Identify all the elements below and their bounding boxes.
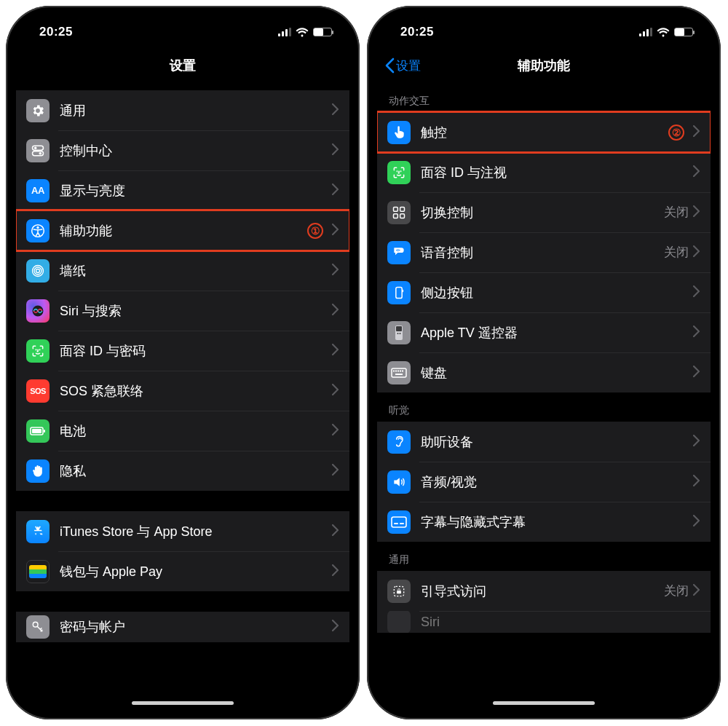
sos-icon: SOS xyxy=(26,379,50,403)
row-label: 辅助功能 xyxy=(60,222,332,240)
svg-rect-2 xyxy=(33,151,44,155)
row-label: 引导式访问 xyxy=(421,583,664,600)
row-faceid-attention[interactable]: 面容 ID 与注视 xyxy=(377,152,711,192)
appstore-icon xyxy=(26,520,50,543)
row-voice-control[interactable]: 语音控制 关闭 xyxy=(377,232,711,272)
annotation-badge-2: ② xyxy=(668,125,684,141)
svg-rect-25 xyxy=(396,287,402,298)
chevron-right-icon xyxy=(332,224,339,238)
home-indicator[interactable] xyxy=(493,701,595,705)
privacy-hand-icon xyxy=(26,459,50,483)
row-side-button[interactable]: 侧边按钮 xyxy=(377,272,711,312)
row-keyboard[interactable]: 键盘 xyxy=(377,352,711,392)
svg-rect-31 xyxy=(392,368,406,377)
row-label: iTunes Store 与 App Store xyxy=(60,523,332,540)
row-passwords-accounts[interactable]: 密码与帐户 xyxy=(16,612,349,642)
annotation-badge-1: ① xyxy=(307,223,323,239)
notch xyxy=(467,16,620,38)
screen-right: 20:25 设置 辅助功能 动作交互 触控 xyxy=(377,16,711,709)
page-title: 辅助功能 xyxy=(518,57,570,74)
row-label: 墙纸 xyxy=(60,262,332,280)
siri-icon xyxy=(26,299,50,323)
row-battery[interactable]: 电池 xyxy=(16,411,349,451)
row-display-brightness[interactable]: AA 显示与亮度 xyxy=(16,170,349,210)
row-label: Siri 与搜索 xyxy=(60,302,332,320)
row-label: 触控 xyxy=(421,124,693,141)
voice-control-icon xyxy=(387,241,411,264)
row-accessibility[interactable]: 辅助功能 ① xyxy=(16,210,349,250)
row-apple-tv-remote[interactable]: Apple TV 遥控器 xyxy=(377,312,711,352)
row-label: 助听设备 xyxy=(421,433,693,451)
svg-point-17 xyxy=(400,171,401,172)
siri-icon xyxy=(387,611,411,633)
chevron-right-icon xyxy=(332,464,339,478)
svg-point-30 xyxy=(400,333,401,334)
row-label: 面容 ID 与密码 xyxy=(60,342,332,360)
svg-rect-40 xyxy=(400,523,404,524)
chevron-right-icon xyxy=(693,165,700,180)
svg-rect-39 xyxy=(394,523,398,524)
row-general[interactable]: 通用 xyxy=(16,90,349,130)
row-audio-visual[interactable]: 音频/视觉 xyxy=(377,462,711,502)
section-header-general: 通用 xyxy=(377,542,711,571)
row-siri-search[interactable]: Siri 与搜索 xyxy=(16,291,349,331)
accessibility-list[interactable]: 动作交互 触控 ② 面容 ID 与注视 xyxy=(377,83,711,709)
row-guided-access[interactable]: 引导式访问 关闭 xyxy=(377,571,711,611)
row-wallet-applepay[interactable]: 钱包与 Apple Pay xyxy=(16,551,349,591)
svg-rect-26 xyxy=(403,289,404,291)
row-hearing-devices[interactable]: 助听设备 xyxy=(377,422,711,462)
section-header-interaction: 动作交互 xyxy=(377,83,711,112)
row-touch[interactable]: 触控 ② xyxy=(377,112,711,152)
svg-rect-21 xyxy=(400,213,405,218)
row-label: 键盘 xyxy=(421,364,693,382)
svg-rect-14 xyxy=(32,429,41,433)
faceid-icon xyxy=(387,161,411,184)
control-center-icon xyxy=(26,139,50,162)
row-itunes-appstore[interactable]: iTunes Store 与 App Store xyxy=(16,511,349,551)
row-label: 音频/视觉 xyxy=(421,473,693,491)
chevron-right-icon xyxy=(332,264,339,278)
row-subtitles[interactable]: 字幕与隐藏式字幕 xyxy=(377,502,711,542)
chevron-right-icon xyxy=(332,384,339,398)
row-control-center[interactable]: 控制中心 xyxy=(16,130,349,170)
battery-icon xyxy=(313,28,332,36)
svg-point-29 xyxy=(397,333,399,334)
wifi-icon xyxy=(657,28,670,37)
row-siri-partial[interactable]: Siri xyxy=(377,611,711,633)
chevron-right-icon xyxy=(693,366,700,380)
row-label: SOS 紧急联络 xyxy=(60,382,332,400)
svg-rect-38 xyxy=(392,517,406,527)
page-title: 设置 xyxy=(170,57,196,74)
status-icons xyxy=(639,28,693,37)
home-indicator[interactable] xyxy=(132,701,234,705)
back-button[interactable]: 设置 xyxy=(384,48,421,83)
row-label: 密码与帐户 xyxy=(60,618,332,636)
row-privacy[interactable]: 隐私 xyxy=(16,451,349,491)
row-sos[interactable]: SOS SOS 紧急联络 xyxy=(16,371,349,411)
switch-control-icon xyxy=(387,201,411,224)
row-label: 显示与亮度 xyxy=(60,182,332,200)
nav-bar-right: 设置 辅助功能 xyxy=(377,48,711,83)
svg-rect-33 xyxy=(395,370,397,371)
keyboard-icon xyxy=(387,361,411,384)
row-label: 面容 ID 与注视 xyxy=(421,164,693,181)
settings-list[interactable]: 通用 控制中心 AA 显示与亮度 辅助功能 xyxy=(16,83,349,709)
faceid-icon xyxy=(26,339,50,363)
row-wallpaper[interactable]: 墙纸 xyxy=(16,250,349,291)
chevron-right-icon xyxy=(693,584,700,599)
row-label: 切换控制 xyxy=(421,204,664,221)
status-time: 20:25 xyxy=(400,25,434,39)
row-label: 语音控制 xyxy=(421,244,664,261)
row-label: Siri xyxy=(421,615,700,630)
svg-rect-18 xyxy=(394,207,398,211)
row-faceid-passcode[interactable]: 面容 ID 与密码 xyxy=(16,331,349,371)
chevron-right-icon xyxy=(332,564,339,579)
phone-right: 20:25 设置 辅助功能 动作交互 触控 xyxy=(367,6,721,719)
accessibility-icon xyxy=(26,219,50,242)
row-switch-control[interactable]: 切换控制 关闭 xyxy=(377,192,711,232)
cellular-signal-icon xyxy=(278,28,291,36)
row-label: 字幕与隐藏式字幕 xyxy=(421,513,693,531)
chevron-right-icon xyxy=(693,285,700,300)
section-header-hearing: 听觉 xyxy=(377,392,711,422)
gear-icon xyxy=(26,99,50,122)
